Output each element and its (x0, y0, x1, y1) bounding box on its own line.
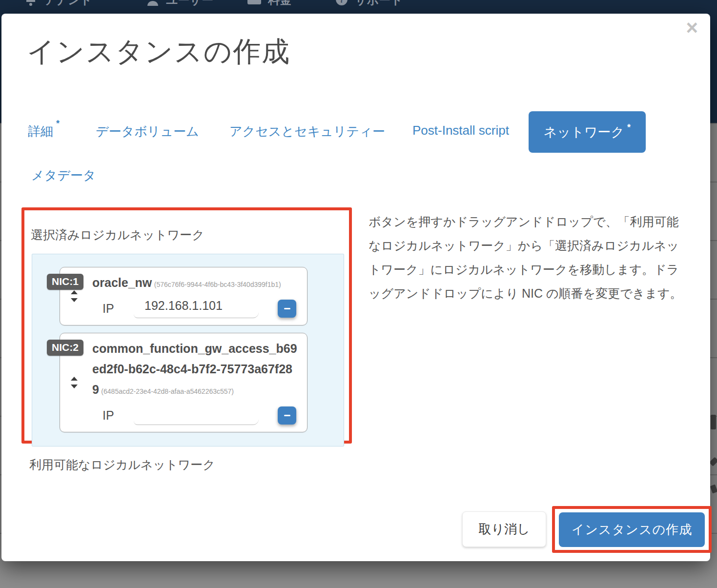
background-artifact (710, 485, 717, 494)
drag-handle-icon[interactable] (70, 289, 79, 304)
tab-details[interactable]: 詳細* (28, 123, 60, 140)
available-networks-label: 利用可能なロジカルネットワーク (29, 457, 215, 473)
modal-title: インスタンスの作成 (27, 33, 290, 71)
ip-label: IP (102, 302, 123, 316)
nav-item-billing[interactable]: 料金 (246, 0, 291, 7)
nav-item-tenant[interactable]: テナント (23, 0, 92, 7)
tab-label: Post-Install script (412, 123, 509, 138)
required-mark: * (627, 122, 631, 133)
create-instance-dialog: × インスタンスの作成 詳細* データボリューム アクセスとセキュリティー Po… (1, 14, 710, 561)
drag-handle-icon[interactable] (70, 375, 79, 390)
minus-icon (284, 308, 290, 309)
ip-row: IP 192.168.1.101 (92, 299, 298, 318)
close-icon[interactable]: × (686, 18, 698, 38)
required-mark: * (56, 119, 60, 128)
tab-label: アクセスとセキュリティー (229, 124, 385, 139)
remove-network-button[interactable] (278, 300, 296, 318)
nav-item-label: ユーザー (166, 0, 213, 7)
ip-label: IP (102, 408, 123, 423)
network-uuid: (6485acd2-23e4-42d8-afaa-a5462263c557) (101, 387, 234, 395)
ip-row: IP (92, 406, 298, 425)
background-artifact (709, 457, 717, 466)
selected-networks-label: 選択済みロジカルネットワーク (31, 227, 349, 243)
nic-badge: NIC:1 (47, 274, 83, 290)
tab-label: ネットワーク (544, 123, 624, 141)
billing-icon (246, 0, 262, 7)
user-icon (145, 0, 160, 7)
create-instance-button[interactable]: インスタンスの作成 (559, 512, 705, 547)
tab-label: メタデータ (31, 168, 96, 182)
cancel-button[interactable]: 取り消し (462, 511, 546, 547)
minus-icon (284, 415, 290, 416)
tab-data-volume[interactable]: データボリューム (96, 123, 199, 140)
nav-item-support[interactable]: ? サポート (334, 0, 403, 7)
nav-item-label: テナント (44, 0, 92, 7)
nav-item-label: サポート (355, 0, 403, 7)
tab-metadata[interactable]: メタデータ (31, 167, 96, 184)
network-help-text: ボタンを押すかドラッグアンドドロップで、「利用可能なロジカルネットワーク」から「… (369, 210, 686, 305)
nic-card-1[interactable]: NIC:1 oracle_nw (576c76f6-9944-4f6b-bc43… (60, 267, 307, 325)
nic-badge: NIC:2 (47, 340, 83, 356)
nav-item-label: 料金 (268, 0, 291, 7)
tab-post-install-script[interactable]: Post-Install script (412, 123, 509, 138)
tab-network-active[interactable]: ネットワーク* (529, 111, 646, 153)
background-artifact (711, 415, 716, 429)
tab-label: データボリューム (96, 124, 199, 139)
selected-networks-panel: NIC:1 oracle_nw (576c76f6-9944-4f6b-bc43… (32, 254, 344, 446)
tab-label: 詳細 (28, 124, 53, 139)
nic-card-2[interactable]: NIC:2 common_function_gw_access_b69ed2f0… (60, 333, 307, 432)
nic-title: oracle_nw (576c76f6-9944-4f6b-bc43-3f40d… (92, 273, 298, 294)
svg-text:?: ? (339, 0, 344, 4)
annotation-box-create-button: インスタンスの作成 (552, 506, 712, 553)
nav-item-user[interactable]: ユーザー (145, 0, 213, 7)
nic-title: common_function_gw_access_b69ed2f0-b62c-… (92, 339, 298, 401)
network-uuid: (576c76f6-9944-4f6b-bc43-3f40d399f1b1) (154, 281, 281, 288)
ip-input[interactable]: 192.168.1.101 (134, 299, 259, 318)
tab-access-security[interactable]: アクセスとセキュリティー (229, 123, 385, 140)
remove-network-button[interactable] (278, 406, 296, 425)
tenant-icon (23, 0, 38, 7)
support-icon: ? (334, 0, 349, 7)
ip-input[interactable] (134, 406, 259, 425)
annotation-box-selected-networks: 選択済みロジカルネットワーク NIC:1 oracle_nw (576c76f6… (21, 207, 352, 444)
network-name: oracle_nw (92, 276, 152, 289)
